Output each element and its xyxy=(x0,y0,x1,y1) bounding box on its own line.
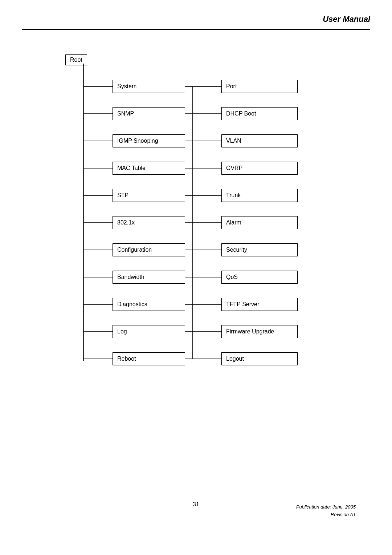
node-vlan: VLAN xyxy=(221,134,298,147)
node-logout: Logout xyxy=(221,352,298,365)
node-reboot: Reboot xyxy=(113,352,185,365)
header-divider xyxy=(22,29,370,30)
node-gvrp: GVRP xyxy=(221,162,298,175)
node-diagnostics: Diagnostics xyxy=(113,298,185,311)
revision: Revision A1 xyxy=(331,512,356,517)
node-port: Port xyxy=(221,80,298,93)
page-title: User Manual xyxy=(323,15,370,24)
node-security: Security xyxy=(221,243,298,256)
publication-date: Publication date: June, 2005 xyxy=(296,504,356,510)
node-stp: STP xyxy=(113,189,185,202)
node-igmp-snooping: IGMP Snooping xyxy=(113,134,185,147)
node-qos: QoS xyxy=(221,271,298,284)
node-snmp: SNMP xyxy=(113,107,185,120)
tree-diagram: Root xyxy=(65,44,338,392)
node-alarm: Alarm xyxy=(221,216,298,229)
node-bandwidth: Bandwidth xyxy=(113,271,185,284)
page-number: 31 xyxy=(193,501,199,508)
node-8021x: 802.1x xyxy=(113,216,185,229)
node-firmware-upgrade: Firmware Upgrade xyxy=(221,325,298,338)
node-log: Log xyxy=(113,325,185,338)
node-trunk: Trunk xyxy=(221,189,298,202)
node-configuration: Configuration xyxy=(113,243,185,256)
node-system: System xyxy=(113,80,185,93)
node-mac-table: MAC Table xyxy=(113,162,185,175)
node-dhcp-boot: DHCP Boot xyxy=(221,107,298,120)
publication-info: Publication date: June, 2005 Revision A1 xyxy=(296,503,356,519)
node-tftp-server: TFTP Server xyxy=(221,298,298,311)
